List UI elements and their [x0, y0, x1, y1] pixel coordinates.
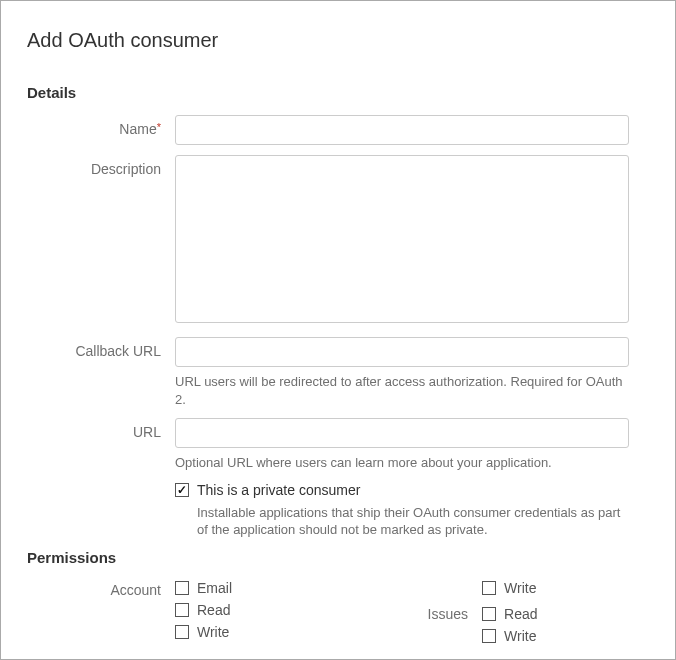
help-private: Installable applications that ship their… — [175, 504, 629, 539]
perm-issues-write-checkbox[interactable] — [482, 629, 496, 643]
description-textarea[interactable] — [175, 155, 629, 323]
label-description: Description — [27, 155, 175, 177]
name-input[interactable] — [175, 115, 629, 145]
perm-issues-read-label: Read — [504, 606, 537, 622]
perm-account-email-checkbox[interactable] — [175, 581, 189, 595]
permissions-grid: Account Email Read Write — [27, 580, 649, 644]
label-url: URL — [27, 418, 175, 440]
label-callback: Callback URL — [27, 337, 175, 359]
help-url: Optional URL where users can learn more … — [175, 454, 629, 472]
perm-account-read-checkbox[interactable] — [175, 603, 189, 617]
url-input[interactable] — [175, 418, 629, 448]
section-details-title: Details — [27, 84, 649, 101]
private-consumer-checkbox[interactable] — [175, 483, 189, 497]
perm-issues-read-checkbox[interactable] — [482, 607, 496, 621]
perm-account-email-label: Email — [197, 580, 232, 596]
perm-col-account: Email Read Write — [175, 580, 232, 644]
row-callback: Callback URL URL users will be redirecte… — [27, 337, 649, 408]
perm-group-account-label: Account — [27, 580, 175, 598]
page-title: Add OAuth consumer — [27, 29, 649, 52]
perm-account-write-checkbox[interactable] — [175, 625, 189, 639]
required-star-icon: * — [157, 121, 161, 133]
perm-issues-write-label: Write — [504, 628, 536, 644]
row-url: URL Optional URL where users can learn m… — [27, 418, 649, 472]
row-description: Description — [27, 155, 649, 327]
row-name: Name* — [27, 115, 649, 145]
private-consumer-label: This is a private consumer — [197, 482, 360, 498]
callback-url-input[interactable] — [175, 337, 629, 367]
oauth-consumer-panel: Add OAuth consumer Details Name* Descrip… — [0, 0, 676, 660]
perm-right-write-checkbox[interactable] — [482, 581, 496, 595]
perm-col-right: Write Issues Read Write — [412, 580, 537, 644]
perm-account-write-label: Write — [197, 624, 229, 640]
row-private: This is a private consumer Installable a… — [27, 482, 649, 539]
perm-right-write-label: Write — [504, 580, 536, 596]
help-callback: URL users will be redirected to after ac… — [175, 373, 629, 408]
perm-group-issues-label: Issues — [412, 606, 468, 622]
section-permissions-title: Permissions — [27, 549, 649, 566]
perm-account-read-label: Read — [197, 602, 230, 618]
label-name: Name* — [27, 115, 175, 137]
